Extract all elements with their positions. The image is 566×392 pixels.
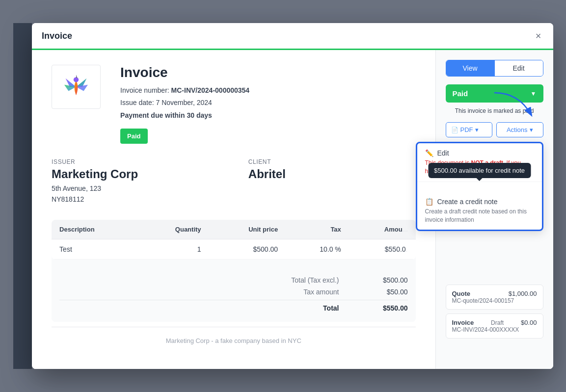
row-amount: $550.0. xyxy=(349,239,416,259)
tax-excl-value: $500.00 xyxy=(369,276,408,284)
invoice-footer: Marketing Corp - a fake company based in… xyxy=(52,327,415,354)
invoice-number-line: Invoice number: MC-INV/2024-000000354 xyxy=(120,84,415,97)
client-label: Client xyxy=(248,158,416,165)
col-description: Description xyxy=(52,220,138,239)
payment-due-line: Payment due within 30 days xyxy=(120,109,415,122)
invoice-draft-status: Draft xyxy=(491,319,504,326)
quote-type: Quote xyxy=(452,290,471,297)
row-description: Test xyxy=(52,239,138,259)
issuer-label: Issuer xyxy=(52,158,219,165)
edit-label: Edit xyxy=(437,149,449,157)
client-name: Abritel xyxy=(248,167,416,181)
table-header: Description Quantity Unit price Tax Amou… xyxy=(52,220,415,239)
invoice-main: Invoice Invoice number: MC-INV/2024-0000… xyxy=(32,50,435,369)
invoice-info: Invoice Invoice number: MC-INV/2024-0000… xyxy=(120,65,415,144)
table-body: Test 1 $500.00 10.0 % $550.0. xyxy=(52,239,415,259)
credit-note-tooltip: $500.00 available for credit note xyxy=(428,163,531,178)
invoice-table: Description Quantity Unit price Tax Amou… xyxy=(52,220,415,260)
invoice-title: Invoice xyxy=(120,65,415,80)
arrow-annotation xyxy=(489,90,539,120)
table-row: Test 1 $500.00 10.0 % $550.0. xyxy=(52,239,415,259)
footer-text: Marketing Corp - a fake company based in… xyxy=(166,337,301,344)
invoice-draft-number: MC-INV/2024-000XXXXX xyxy=(452,326,519,333)
tax-amount-value: $50.00 xyxy=(369,288,408,296)
col-tax: Tax xyxy=(286,220,349,239)
issue-date-line: Issue date: 7 November, 2024 xyxy=(120,97,415,109)
issuer-company: Marketing Corp xyxy=(52,167,219,181)
total-row-grand: Total $550.00 xyxy=(59,300,407,314)
related-docs: Quote $1,000.00 MC-quote/2024-000157 Inv… xyxy=(446,285,543,339)
row-tax: 10.0 % xyxy=(286,239,349,259)
left-sidebar xyxy=(13,23,32,369)
edit-icon: ✏️ xyxy=(425,149,433,157)
credit-note-label: Create a credit note xyxy=(437,198,498,206)
total-row-excl: Total (Tax excl.) $500.00 xyxy=(59,274,407,286)
invoice-number: MC-INV/2024-000000354 xyxy=(171,86,250,94)
invoice-modal: Invoice × xyxy=(32,23,553,369)
modal-overlay: Invoice × xyxy=(0,0,566,392)
dropdown-item-credit-note[interactable]: $500.00 available for credit note 📋 Crea… xyxy=(417,182,542,230)
invoice-draft-amount: $0.00 xyxy=(521,319,537,326)
client-block: Client Abritel xyxy=(248,158,416,205)
col-unit-price: Unit price xyxy=(209,220,286,239)
modal-body: Invoice Invoice number: MC-INV/2024-0000… xyxy=(32,50,553,369)
paid-badge: Paid xyxy=(120,129,147,144)
total-row-tax: Tax amount $50.00 xyxy=(59,286,407,298)
pdf-actions-container: 📄 PDF ▾ Actions ▾ xyxy=(446,122,543,137)
invoice-table-wrapper: Description Quantity Unit price Tax Amou… xyxy=(52,220,415,322)
view-edit-buttons: View Edit xyxy=(446,60,543,77)
modal-title: Invoice xyxy=(42,31,72,41)
paid-dropdown-label: Paid xyxy=(453,89,468,98)
row-unit-price: $500.00 xyxy=(209,239,286,259)
credit-note-desc: Create a draft credit note based on this… xyxy=(425,208,534,224)
quote-amount: $1,000.00 xyxy=(509,290,537,297)
actions-chevron-icon: ▾ xyxy=(530,126,533,133)
actions-button[interactable]: Actions ▾ xyxy=(496,122,543,137)
total-label: Total xyxy=(323,304,339,312)
invoice-header-row: Invoice Invoice number: MC-INV/2024-0000… xyxy=(52,65,415,144)
address-line1: 5th Avenue, 123 xyxy=(52,183,219,194)
logo-box xyxy=(52,65,101,109)
pdf-chevron-icon: ▾ xyxy=(475,126,479,133)
invoice-sidebar: View Edit Paid ▼ This invoice is marked … xyxy=(435,50,553,369)
actions-label: Actions xyxy=(507,126,528,133)
issuer-address: 5th Avenue, 123 NY818112 xyxy=(52,183,219,205)
issuer-block: Issuer Marketing Corp 5th Avenue, 123 NY… xyxy=(52,158,219,205)
invoice-meta: Invoice number: MC-INV/2024-000000354 Is… xyxy=(120,84,415,144)
actions-dropdown-menu: ✏️ Edit This document is NOT a draft. If… xyxy=(416,142,543,231)
address-line2: NY818112 xyxy=(52,194,219,205)
close-button[interactable]: × xyxy=(534,29,543,43)
issuer-client-row: Issuer Marketing Corp 5th Avenue, 123 NY… xyxy=(52,158,415,205)
total-value: $550.00 xyxy=(369,304,408,312)
pdf-actions-row: 📄 PDF ▾ Actions ▾ xyxy=(446,122,543,137)
totals-wrapper: Total (Tax excl.) $500.00 Tax amount $50… xyxy=(52,269,415,322)
view-button[interactable]: View xyxy=(446,60,494,76)
modal-header: Invoice × xyxy=(32,23,553,50)
pdf-button[interactable]: 📄 PDF ▾ xyxy=(446,122,493,137)
quote-number: MC-quote/2024-000157 xyxy=(452,297,514,304)
col-quantity: Quantity xyxy=(138,220,209,239)
credit-note-icon: 📋 xyxy=(425,198,433,206)
pdf-icon: 📄 xyxy=(451,127,458,133)
company-logo xyxy=(61,72,91,102)
invoice-draft-card[interactable]: Invoice Draft $0.00 MC-INV/2024-000XXXXX xyxy=(446,314,543,339)
pdf-label: PDF xyxy=(460,126,473,133)
issue-date: 7 November, 2024 xyxy=(156,99,212,106)
tax-amount-label: Tax amount xyxy=(303,288,339,296)
edit-button[interactable]: Edit xyxy=(494,60,543,76)
quote-card[interactable]: Quote $1,000.00 MC-quote/2024-000157 xyxy=(446,285,543,310)
col-amount: Amou... xyxy=(349,220,416,239)
invoice-draft-type: Invoice xyxy=(452,319,474,326)
row-quantity: 1 xyxy=(138,239,209,259)
tax-excl-label: Total (Tax excl.) xyxy=(291,276,339,284)
